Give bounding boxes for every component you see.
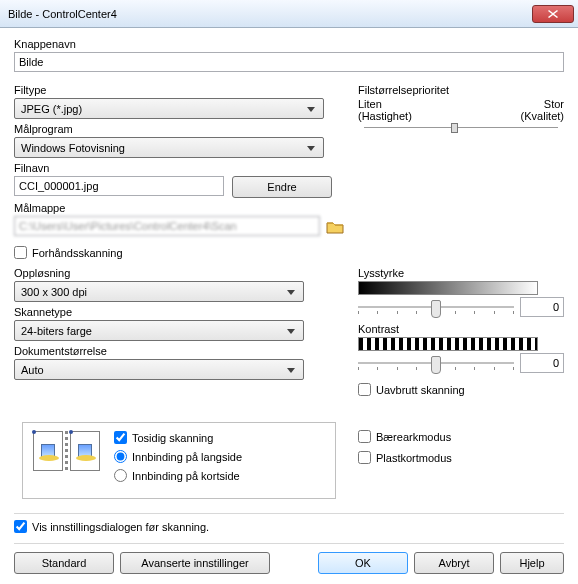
lysstyrke-value[interactable]: 0 — [520, 297, 564, 317]
kontrast-gradient — [358, 337, 538, 351]
malmappe-label: Målmappe — [14, 202, 344, 214]
knappenavn-label: Knappenavn — [14, 38, 564, 50]
folder-browse-icon[interactable] — [326, 219, 344, 234]
close-icon — [548, 10, 558, 18]
filtype-select[interactable]: JPEG (*.jpg) — [14, 98, 324, 119]
dokstr-label: Dokumentstørrelse — [14, 345, 344, 357]
lysstyrke-label: Lysstyrke — [358, 267, 564, 279]
lysstyrke-slider[interactable] — [358, 299, 514, 315]
ok-button[interactable]: OK — [318, 552, 408, 574]
avanserte-button[interactable]: Avanserte innstillinger — [120, 552, 270, 574]
kontrast-slider[interactable] — [358, 355, 514, 371]
skannetype-label: Skannetype — [14, 306, 344, 318]
opplosning-label: Oppløsning — [14, 267, 344, 279]
tosidig-checkbox[interactable]: Tosidig skanning — [114, 431, 242, 444]
kvalitet-label: (Kvalitet) — [521, 110, 564, 122]
filtype-value: JPEG (*.jpg) — [21, 103, 82, 115]
skannetype-select[interactable]: 24-biters farge — [14, 320, 304, 341]
close-button[interactable] — [532, 5, 574, 23]
tosidig-panel: Tosidig skanning Innbinding på langside … — [22, 422, 336, 499]
filtype-label: Filtype — [14, 84, 344, 96]
malprogram-label: Målprogram — [14, 123, 344, 135]
dokstr-select[interactable]: Auto — [14, 359, 304, 380]
baereark-checkbox[interactable]: Bærearkmodus — [358, 430, 564, 443]
filnavn-input[interactable] — [14, 176, 224, 196]
malmappe-input — [14, 216, 320, 236]
separator-2 — [14, 543, 564, 544]
filstrpri-label: Filstørrelseprioritet — [358, 84, 564, 96]
hjelp-button[interactable]: Hjelp — [500, 552, 564, 574]
malprogram-value: Windows Fotovisning — [21, 142, 125, 154]
forhandsskanning-checkbox[interactable]: Forhåndsskanning — [14, 246, 564, 259]
visinnst-checkbox[interactable]: Vis innstillingsdialogen før skanning. — [14, 520, 564, 533]
liten-label: Liten — [358, 98, 382, 110]
hastighet-label: (Hastighet) — [358, 110, 412, 122]
filesize-slider[interactable] — [358, 122, 564, 134]
malprogram-select[interactable]: Windows Fotovisning — [14, 137, 324, 158]
duplex-preview-icon — [33, 431, 100, 471]
kortside-radio[interactable]: Innbinding på kortside — [114, 469, 242, 482]
lysstyrke-gradient — [358, 281, 538, 295]
titlebar: Bilde - ControlCenter4 — [0, 0, 578, 28]
dokstr-value: Auto — [21, 364, 44, 376]
window-title: Bilde - ControlCenter4 — [4, 8, 532, 20]
opplosning-select[interactable]: 300 x 300 dpi — [14, 281, 304, 302]
stor-label: Stor — [544, 98, 564, 110]
langside-radio[interactable]: Innbinding på langside — [114, 450, 242, 463]
kontrast-label: Kontrast — [358, 323, 564, 335]
endre-button[interactable]: Endre — [232, 176, 332, 198]
uavbrutt-checkbox[interactable]: Uavbrutt skanning — [358, 383, 564, 396]
skannetype-value: 24-biters farge — [21, 325, 92, 337]
kontrast-value[interactable]: 0 — [520, 353, 564, 373]
standard-button[interactable]: Standard — [14, 552, 114, 574]
filnavn-label: Filnavn — [14, 162, 344, 174]
knappenavn-input[interactable] — [14, 52, 564, 72]
separator — [14, 513, 564, 514]
opplosning-value: 300 x 300 dpi — [21, 286, 87, 298]
plastkort-checkbox[interactable]: Plastkortmodus — [358, 451, 564, 464]
avbryt-button[interactable]: Avbryt — [414, 552, 494, 574]
